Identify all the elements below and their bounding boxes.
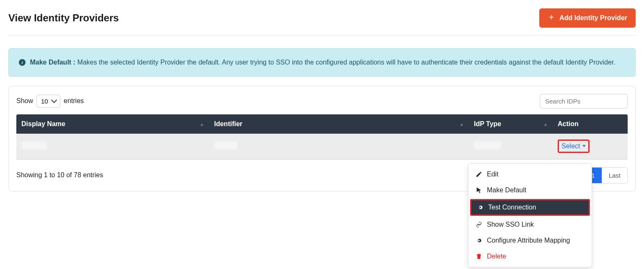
menu-edit[interactable]: Edit xyxy=(468,166,592,182)
menu-test-connection[interactable]: Test Connection xyxy=(470,199,590,200)
page-title: View Identity Providers xyxy=(8,12,119,24)
cursor-icon xyxy=(475,186,483,194)
cell-display-name xyxy=(16,134,209,159)
action-select-label: Select xyxy=(561,142,580,150)
cell-idp-type xyxy=(469,134,553,159)
edit-icon xyxy=(475,171,483,178)
banner-bold: Make Default : xyxy=(30,59,77,66)
table-row: Select xyxy=(16,134,628,159)
menu-make-default-label: Make Default xyxy=(487,186,526,194)
menu-make-default[interactable]: Make Default xyxy=(468,182,592,198)
col-idp-type[interactable]: IdP Type xyxy=(469,114,553,134)
banner-text: Makes the selected Identity Provider the… xyxy=(77,59,615,66)
action-select-highlight: Select xyxy=(558,140,590,153)
col-display-name[interactable]: Display Name xyxy=(16,114,209,134)
showing-entries-text: Showing 1 to 10 of 78 entries xyxy=(16,171,103,179)
page-last[interactable]: Last xyxy=(602,168,627,183)
caret-down-icon xyxy=(582,145,586,147)
action-select-dropdown[interactable]: Select xyxy=(561,142,586,150)
idp-table: Display Name Identifier IdP Type Action … xyxy=(16,114,628,160)
info-icon: i xyxy=(19,59,26,66)
entries-label: entries xyxy=(64,97,84,105)
cell-action: Select xyxy=(553,134,628,159)
add-button-label: Add Identity Provider xyxy=(559,14,627,22)
add-identity-provider-button[interactable]: Add Identity Provider xyxy=(539,8,636,28)
menu-edit-label: Edit xyxy=(487,171,499,178)
col-identifier[interactable]: Identifier xyxy=(209,114,469,134)
info-banner: i Make Default : Makes the selected Iden… xyxy=(8,48,636,77)
plus-icon xyxy=(548,13,555,23)
show-label: Show xyxy=(16,97,33,105)
cell-identifier xyxy=(209,134,469,159)
page-size-select[interactable]: 10 xyxy=(36,95,60,108)
col-action: Action xyxy=(553,114,628,134)
action-dropdown-menu: Edit Make Default Test Connection Show S… xyxy=(468,163,592,200)
search-input[interactable] xyxy=(540,94,628,109)
